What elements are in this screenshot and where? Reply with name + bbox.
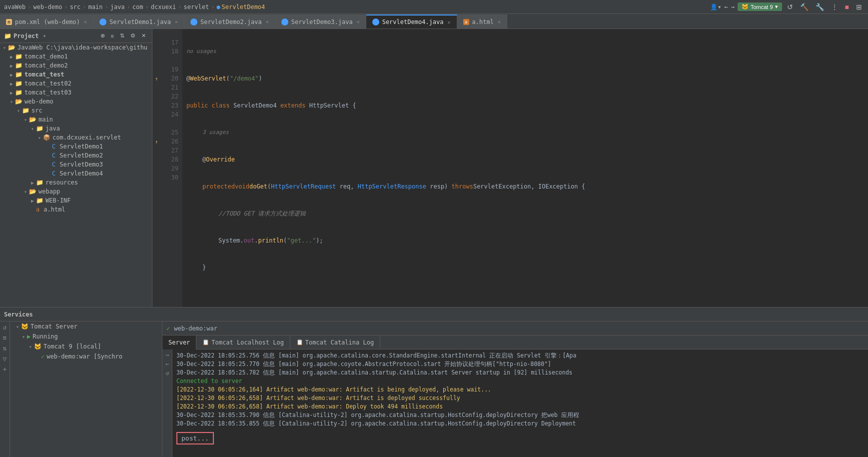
sort-button[interactable]: ⇅ <box>118 32 126 40</box>
tab-close-s4[interactable]: ✕ <box>447 20 450 25</box>
log-tab-localhost[interactable]: 📋 Tomcat Localhost Log <box>196 336 290 350</box>
tree-label: ServletDemo3 <box>59 161 103 168</box>
tab-servlet3[interactable]: ServletDemo3.java ✕ <box>275 14 366 28</box>
breadcrumb-item[interactable]: servlet <box>184 4 209 10</box>
tree-label: webapp <box>38 188 60 195</box>
tree-item-package[interactable]: ▾ 📦 com.dcxuexi.servlet <box>0 133 152 142</box>
scroll-down-icon[interactable]: ← <box>165 360 169 368</box>
tree-label: main <box>38 116 53 123</box>
settings-button[interactable]: ⚙ <box>128 32 137 40</box>
tab-bar: m pom.xml (web-demo) ✕ ServletDemo1.java… <box>0 14 868 29</box>
collapse-all-icon[interactable]: ≡ <box>3 334 7 342</box>
code-editor[interactable]: ↑ ↑ 17 18 <box>152 29 868 307</box>
tree-item-tomcat-test03[interactable]: ▶ 📁 tomcat_test03 <box>0 88 152 97</box>
tree-item-ahtml[interactable]: a a.html <box>0 205 152 214</box>
code-content[interactable]: no usages @WebServlet("/demo4") public c… <box>182 29 868 307</box>
expand-icon[interactable]: ⇅ <box>3 344 7 352</box>
tree-item-tomcat-demo1[interactable]: ▶ 📁 tomcat_demo1 <box>0 52 152 61</box>
locate-button[interactable]: ⊕ <box>98 32 107 40</box>
log-tab-server[interactable]: Server <box>162 336 196 350</box>
add-icon[interactable]: + <box>3 366 7 373</box>
log-icon: 📋 <box>296 339 303 346</box>
tab-servlet2[interactable]: ServletDemo2.java ✕ <box>184 14 275 28</box>
tree-label: JavaWeb C:\java\idea-workspace\githu <box>17 44 147 51</box>
running-icon: ▶ <box>27 333 30 340</box>
forward-icon[interactable]: → <box>731 4 735 10</box>
tab-close-s1[interactable]: ✕ <box>175 19 178 24</box>
tab-servlet1[interactable]: ServletDemo1.java ✕ <box>93 14 184 28</box>
code-line: protected void doGet(HttpServletRequest … <box>186 182 864 191</box>
tree-label: tomcat_test03 <box>24 89 71 96</box>
log-line: [2022-12-30 06:05:26,658] Artifact web-d… <box>176 402 864 411</box>
tomcat9-item[interactable]: ▾ 🐱 Tomcat 9 [local] <box>10 342 162 352</box>
tab-close-s2[interactable]: ✕ <box>266 19 269 24</box>
tab-pom[interactable]: m pom.xml (web-demo) ✕ <box>0 14 93 28</box>
tree-item-javaweb[interactable]: ▾ 📂 JavaWeb C:\java\idea-workspace\githu <box>0 43 152 52</box>
breadcrumb-item[interactable]: com <box>132 4 143 10</box>
running-label: Running <box>32 333 58 340</box>
log-line: 30-Dec-2022 18:05:35.790 信息 [Catalina-ut… <box>176 411 864 420</box>
refresh-services-icon[interactable]: ↺ <box>3 324 7 331</box>
collapse-button[interactable]: ≡ <box>109 32 116 40</box>
filter-icon[interactable]: ▽ <box>3 355 7 362</box>
module-icon: 📁 <box>15 71 22 78</box>
layout-button[interactable]: ⊞ <box>854 2 864 12</box>
tree-item-tomcat-demo2[interactable]: ▶ 📁 tomcat_demo2 <box>0 61 152 70</box>
tab-close-pom[interactable]: ✕ <box>84 19 87 24</box>
account-icon[interactable]: 👤▾ <box>710 4 721 10</box>
log-line: 30-Dec-2022 18:05:25.782 信息 [main] org.a… <box>176 368 864 377</box>
services-left: ↺ ≡ ⇅ ▽ + ▾ 🐱 Tomcat Server ▾ ▶ Runn <box>0 322 162 457</box>
tree-item-tomcat-test[interactable]: ▶ 📁 tomcat_test <box>0 70 152 79</box>
scroll-up-icon[interactable]: → <box>165 352 169 358</box>
module-icon: 📁 <box>15 62 22 69</box>
sync-log-icon[interactable]: ↺ <box>165 370 169 376</box>
src-icon: 📁 <box>22 107 29 114</box>
run-config-button[interactable]: 🐱 Tomcat 9 ▾ <box>738 2 782 11</box>
more-button[interactable]: ⋮ <box>829 2 840 12</box>
html-tab-icon: a <box>463 19 469 25</box>
post-output: post... <box>176 432 214 444</box>
tree-item-resources[interactable]: ▶ 📁 resources <box>0 178 152 187</box>
close-sidebar-button[interactable]: ✕ <box>139 32 148 40</box>
breadcrumb-item[interactable]: main <box>88 4 103 10</box>
tab-close-html[interactable]: ✕ <box>498 19 501 24</box>
tab-servlet4[interactable]: ServletDemo4.java ✕ <box>366 14 457 28</box>
code-line <box>186 290 864 299</box>
package-icon: 📦 <box>43 134 50 141</box>
tree-item-java[interactable]: ▾ 📁 java <box>0 124 152 133</box>
tree-item-servlet3[interactable]: C ServletDemo3 <box>0 160 152 169</box>
war-item[interactable]: ✓ web-demo:war [Synchro <box>10 352 162 362</box>
tree-item-src[interactable]: ▾ 📁 src <box>0 106 152 115</box>
tree-item-servlet1[interactable]: C ServletDemo1 <box>0 142 152 151</box>
log-tab-catalina[interactable]: 📋 Tomcat Catalina Log <box>290 336 380 350</box>
log-content[interactable]: 30-Dec-2022 18:05:25.756 信息 [main] org.a… <box>172 350 868 457</box>
log-line: [2022-12-30 06:05:26,164] Artifact web-d… <box>176 386 864 394</box>
tab-close-s3[interactable]: ✕ <box>357 19 360 24</box>
breadcrumb-item[interactable]: avaWeb <box>4 4 25 10</box>
tree-item-servlet4[interactable]: C ServletDemo4 <box>0 169 152 178</box>
breadcrumb-item[interactable]: dcxuexi <box>151 4 176 10</box>
refresh-button[interactable]: ↺ <box>785 2 795 12</box>
build-button[interactable]: 🔨 <box>798 2 811 12</box>
tab-ahtml[interactable]: a a.html ✕ <box>457 14 507 28</box>
breadcrumb-item[interactable]: java <box>110 4 125 10</box>
tree-item-web-demo[interactable]: ▾ 📂 web-demo <box>0 97 152 106</box>
running-item[interactable]: ▾ ▶ Running <box>10 332 162 342</box>
war-status-bar: ✓ web-demo:war <box>162 322 868 336</box>
breadcrumb-item[interactable]: src <box>70 4 81 10</box>
webapp-icon: 📂 <box>29 188 36 195</box>
tree-item-tomcat-test02[interactable]: ▶ 📁 tomcat_test02 <box>0 79 152 88</box>
tree-item-webapp[interactable]: ▾ 📂 webapp <box>0 187 152 196</box>
tree-item-main[interactable]: ▾ 📂 main <box>0 115 152 124</box>
stop-button[interactable]: ■ <box>843 2 851 12</box>
tab-label: ServletDemo3.java <box>291 18 353 26</box>
tree-item-servlet2[interactable]: C ServletDemo2 <box>0 151 152 160</box>
breadcrumb-item[interactable]: web-demo <box>33 4 62 10</box>
war-check-icon: ✓ <box>41 353 44 360</box>
code-line: @WebServlet("/demo4") <box>186 74 864 83</box>
tree-item-webinf[interactable]: ▶ 📁 WEB-INF <box>0 196 152 205</box>
back-icon[interactable]: ← <box>724 4 728 10</box>
log-icon: 📋 <box>202 339 209 346</box>
tomcat-server-item[interactable]: ▾ 🐱 Tomcat Server <box>10 322 162 332</box>
tools-button[interactable]: 🔧 <box>814 2 826 12</box>
